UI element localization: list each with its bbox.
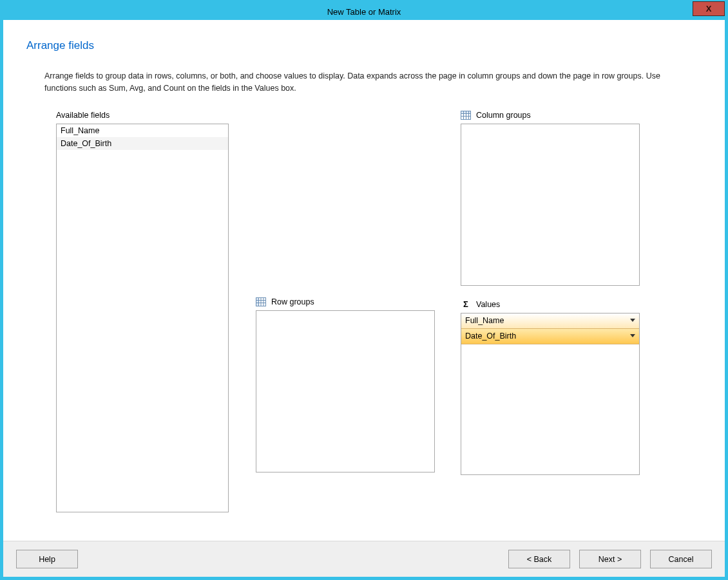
column-groups-label: Column groups [476,111,531,120]
row-groups-list[interactable] [256,310,435,472]
row-groups-icon [256,297,266,306]
available-field-item[interactable]: Full_Name [57,124,228,137]
content-area: Arrange fields Arrange fields to group d… [3,20,725,512]
values-label-row: Σ Values [461,299,640,310]
chevron-down-icon[interactable] [630,334,635,337]
page-heading: Arrange fields [26,39,705,52]
available-field-item[interactable]: Date_Of_Birth [57,137,228,150]
help-button[interactable]: Help [16,550,78,568]
column-groups-label-row: Column groups [461,109,640,121]
right-column: Column groups Σ Values Full_Name [461,109,640,512]
fields-grid: Available fields Full_Name Date_Of_Birth [56,109,705,512]
close-button[interactable]: X [693,1,725,16]
value-item[interactable]: Date_Of_Birth [461,329,639,344]
window-title: New Table or Matrix [327,7,401,17]
sigma-icon: Σ [461,299,471,309]
row-groups-label: Row groups [271,297,314,306]
client-area: Arrange fields Arrange fields to group d… [3,20,725,577]
dialog-window: New Table or Matrix X Arrange fields Arr… [0,0,728,580]
row-groups-label-row: Row groups [256,296,435,308]
next-button[interactable]: Next > [579,550,641,568]
column-groups-icon [461,111,471,120]
chevron-down-icon[interactable] [630,319,635,322]
close-icon: X [706,4,712,14]
value-item-label: Date_Of_Birth [465,332,516,341]
available-fields-label: Available fields [56,109,230,121]
values-list[interactable]: Full_Name Date_Of_Birth [461,313,640,475]
svg-rect-1 [256,297,259,306]
value-item[interactable]: Full_Name [461,313,639,329]
title-bar: New Table or Matrix X [3,3,725,20]
available-fields-list[interactable]: Full_Name Date_Of_Birth [56,124,229,512]
back-button[interactable]: < Back [508,550,570,568]
available-fields-section: Available fields Full_Name Date_Of_Birth [56,109,230,512]
middle-column: Row groups [256,109,435,512]
value-item-label: Full_Name [465,316,504,325]
dialog-footer: Help < Back Next > Cancel [3,541,725,577]
page-description: Arrange fields to group data in rows, co… [44,70,684,95]
values-label: Values [476,300,500,309]
cancel-button[interactable]: Cancel [650,550,712,568]
column-groups-list[interactable] [461,124,640,286]
